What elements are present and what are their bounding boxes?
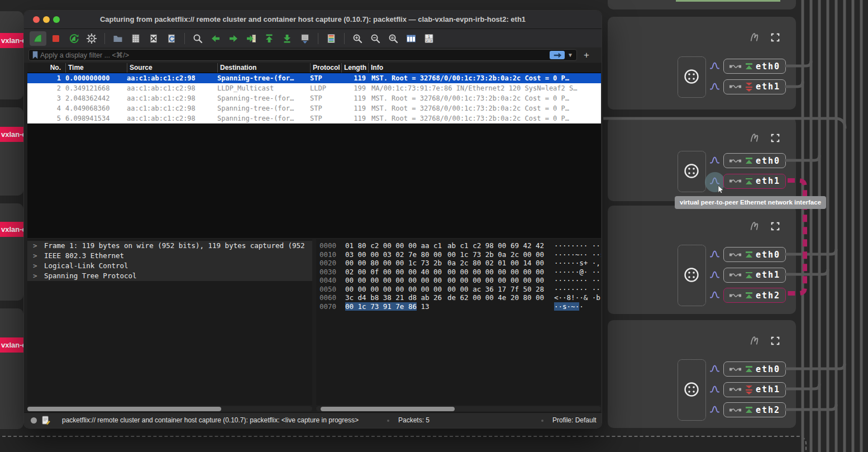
maximize-icon[interactable] [770,133,780,143]
column-header-src[interactable]: Source [127,63,217,73]
capture-fin-icon[interactable] [748,132,760,144]
topology-card[interactable]: eth0eth1 [608,17,796,110]
capture-options-button[interactable] [83,31,100,46]
capture-wave-button[interactable] [709,385,722,395]
packet-row[interactable]: 20.349121668aa:c1:ab:c1:c2:98LLDP_Multic… [27,83,601,93]
zoom-out-button[interactable] [367,31,384,46]
namespace-icon-wrap[interactable] [684,163,699,179]
hex-row[interactable]: 001003 00 00 03 02 7e 80 0000 1c 73 2b 0… [316,250,601,259]
filter-dropdown-caret[interactable]: ▼ [567,52,573,58]
capture-fin-icon[interactable] [748,220,760,232]
resize-columns-button[interactable] [403,31,419,46]
add-filter-button[interactable]: + [584,50,589,60]
expand-chevron-icon[interactable]: > [33,241,44,251]
detail-row[interactable]: >Spanning Tree Protocol [27,271,312,281]
packet-capture-wave-icon[interactable] [709,385,720,393]
column-header-info[interactable]: Info [368,63,601,73]
namespace-icon-wrap[interactable] [684,267,699,283]
maximize-icon[interactable] [770,336,780,346]
expert-info-icon[interactable] [31,417,37,424]
detail-row[interactable]: >Logical-Link Control [27,261,312,271]
profile-label[interactable]: Profile: Default [552,413,597,428]
interface-pill-eth1[interactable]: eth1 [723,268,786,283]
go-back-button[interactable] [207,31,224,46]
bookmark-icon[interactable] [31,50,39,60]
expand-chevron-icon[interactable]: > [33,251,44,261]
hex-row[interactable]: 003002 00 0f 00 00 00 40 0000 00 00 00 0… [316,268,601,277]
interface-pill-eth2[interactable]: eth2 [723,402,786,417]
interface-pill-eth0[interactable]: eth0 [723,247,786,262]
expand-chevron-icon[interactable]: > [33,261,44,271]
interface-pill-eth2[interactable]: eth2 [723,288,786,303]
column-header-len[interactable]: Length [341,63,368,73]
network-namespace-icon[interactable] [684,163,699,179]
apply-filter-button[interactable] [550,51,565,59]
details-hscrollbar[interactable] [27,406,312,411]
detail-row[interactable]: >IEEE 802.3 Ethernet [27,251,312,261]
packet-capture-wave-icon[interactable] [709,156,720,164]
column-header-proto[interactable]: Protocol [310,63,341,73]
interface-pill-eth0[interactable]: eth0 [723,153,786,168]
topology-card[interactable]: eth0eth1eth2 [608,320,796,428]
interface-pill-eth1[interactable]: eth1 [723,174,786,189]
network-namespace-icon[interactable] [684,382,699,397]
interface-pill-eth1[interactable]: eth1 [723,79,786,94]
capture-wave-button[interactable] [709,250,722,260]
capture-wave-button[interactable] [709,364,722,374]
display-filter-box[interactable]: ▼ [28,49,577,61]
colorize-button[interactable] [323,31,340,46]
open-file-button[interactable] [109,31,126,46]
packet-capture-wave-icon[interactable] [709,364,720,373]
hex-row[interactable]: 005000 00 00 00 00 00 00 0000 00 ac 36 1… [316,285,601,294]
hex-row[interactable]: 002000 00 80 00 00 1c 73 2b0a 2c 80 02 0… [316,259,601,268]
hex-hscroll-thumb[interactable] [321,407,455,411]
hex-row[interactable]: 004000 00 00 00 00 00 00 0000 00 00 00 0… [316,276,601,285]
interface-pill-eth1[interactable]: eth1 [723,382,786,397]
hex-row[interactable]: 007000 1c 73 91 7e 86 13··s·~·· [316,302,601,311]
capture-wave-button[interactable] [709,291,722,301]
details-hscroll-thumb[interactable] [27,407,221,411]
packet-row[interactable]: 10.000000000aa:c1:ab:c1:c2:98Spanning-tr… [27,73,601,83]
capture-wave-button[interactable] [709,156,722,166]
packet-capture-wave-icon[interactable] [709,270,720,279]
reload-file-button[interactable] [163,31,180,46]
interface-pill-eth0[interactable]: eth0 [723,59,786,74]
close-file-button[interactable] [145,31,162,46]
number-columns-button[interactable]: 123 [421,31,437,46]
start-capture-button[interactable] [30,31,46,46]
packet-row[interactable]: 32.048362442aa:c1:ab:c1:c2:98Spanning-tr… [27,93,601,103]
go-to-packet-button[interactable] [243,31,260,46]
detail-row[interactable]: >Frame 1: 119 bytes on wire (952 bits), … [27,241,312,251]
window-titlebar[interactable]: Capturing from packetflix:// remote clus… [24,11,602,29]
interface-pill-eth0[interactable]: eth0 [723,361,786,377]
go-forward-button[interactable] [225,31,242,46]
namespace-icon-wrap[interactable] [684,69,699,84]
expand-chevron-icon[interactable]: > [33,271,44,281]
maximize-icon[interactable] [770,32,780,42]
capture-wave-button[interactable] [709,82,722,92]
save-file-button[interactable] [127,31,144,46]
capture-wave-button[interactable] [709,177,722,187]
packet-row[interactable]: 56.098941534aa:c1:ab:c1:c2:98Spanning-tr… [27,113,601,123]
go-to-top-button[interactable] [261,31,278,46]
namespace-icon-wrap[interactable] [684,382,699,397]
column-header-dst[interactable]: Destination [217,63,310,73]
auto-scroll-button[interactable] [297,31,313,46]
go-to-bottom-button[interactable] [279,31,295,46]
network-namespace-icon[interactable] [684,267,699,283]
capture-wave-button[interactable] [709,61,722,72]
capture-wave-button[interactable] [709,270,722,280]
find-packet-button[interactable] [189,31,206,46]
hex-row[interactable]: 000001 80 c2 00 00 00 aa c1ab c1 c2 98 0… [316,241,601,250]
capture-comment-icon[interactable] [42,416,50,425]
stop-capture-button[interactable] [47,31,64,46]
maximize-icon[interactable] [770,221,780,231]
packet-capture-wave-icon[interactable] [709,291,720,299]
capture-fin-icon[interactable] [748,335,760,346]
packet-capture-wave-icon[interactable] [709,405,720,413]
packet-capture-wave-icon[interactable] [709,82,720,91]
hex-row[interactable]: 00603c d4 b8 38 21 d8 ab 26de 62 00 00 4… [316,293,601,302]
capture-wave-button[interactable] [709,405,722,415]
packet-capture-wave-icon[interactable] [709,250,720,258]
topology-card[interactable]: eth0eth1eth2 [608,206,796,314]
